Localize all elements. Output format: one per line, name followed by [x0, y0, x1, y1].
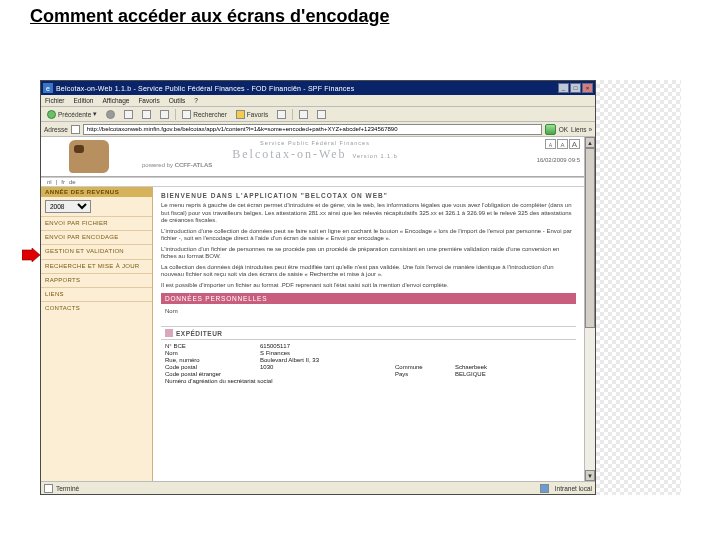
banner-timestamp: 16/02/2009 09:5	[498, 157, 580, 163]
go-label: OK	[559, 126, 568, 133]
print-button[interactable]	[314, 108, 329, 120]
back-icon	[47, 110, 56, 119]
lang-fr[interactable]: fr	[61, 179, 65, 185]
sidebar-item-contacts[interactable]: CONTACTS	[41, 301, 152, 315]
history-button[interactable]	[274, 108, 289, 120]
doc-para: L'introduction d'une collection de donné…	[161, 228, 576, 243]
forward-icon	[106, 110, 115, 119]
section-expediteur: EXPÉDITEUR	[161, 326, 576, 340]
field-row: Code postal1030CommuneSchaerbeek	[165, 364, 572, 370]
home-icon	[160, 110, 169, 119]
home-button[interactable]	[157, 108, 172, 120]
font-med-button[interactable]: A	[557, 139, 568, 149]
app-banner: Service Public Fédéral Finances Belcotax…	[41, 137, 584, 177]
sidebar: ANNÉE DES REVENUS 2008 ENVOI PAR FICHIER…	[41, 187, 153, 481]
search-icon	[182, 110, 191, 119]
checker-background	[596, 80, 681, 495]
sidebar-item-gestion[interactable]: GESTION ET VALIDATION	[41, 244, 152, 258]
menu-edit[interactable]: Edition	[74, 97, 94, 104]
scroll-track[interactable]	[585, 148, 595, 470]
logo	[41, 137, 136, 176]
star-icon	[236, 110, 245, 119]
menu-help[interactable]: ?	[194, 97, 198, 104]
atlas-brand: powered by CCFF-ATLAS	[142, 162, 488, 168]
links-menu[interactable]: Liens »	[571, 126, 592, 133]
mail-icon	[299, 110, 308, 119]
main-document: BIENVENUE DANS L'APPLICATION "BELCOTAX O…	[153, 187, 584, 481]
zone-icon	[540, 484, 549, 493]
address-label: Adresse	[44, 126, 68, 133]
go-button[interactable]	[545, 124, 556, 135]
menu-view[interactable]: Affichage	[102, 97, 129, 104]
forward-button[interactable]	[103, 108, 118, 120]
menu-fav[interactable]: Favoris	[138, 97, 159, 104]
print-icon	[317, 110, 326, 119]
field-row: N° BCE615005117	[165, 343, 572, 349]
lion-icon	[69, 140, 109, 173]
address-input[interactable]	[83, 124, 542, 135]
doc-para: Le menu repris à gauche de cet écran per…	[161, 202, 576, 225]
year-select[interactable]: 2008	[45, 200, 91, 213]
status-icon	[44, 484, 53, 493]
menu-bar: Fichier Edition Affichage Favoris Outils…	[41, 95, 595, 107]
vertical-scrollbar[interactable]: ▲ ▼	[584, 137, 595, 481]
address-bar: Adresse OK Liens »	[41, 122, 595, 137]
lang-de[interactable]: de	[69, 179, 76, 185]
field-row: Code postal étrangerPaysBELGIQUE	[165, 371, 572, 377]
window-titlebar: e Belcotax-on-Web 1.1.b - Service Public…	[41, 81, 595, 95]
refresh-button[interactable]	[139, 108, 154, 120]
doc-heading: BIENVENUE DANS L'APPLICATION "BELCOTAX O…	[161, 192, 576, 199]
mail-button[interactable]	[296, 108, 311, 120]
history-icon	[277, 110, 286, 119]
menu-file[interactable]: Fichier	[45, 97, 65, 104]
window-title: Belcotax-on-Web 1.1.b - Service Public F…	[56, 85, 558, 92]
nom-block: Nom	[161, 304, 576, 326]
year-select-row: 2008	[41, 197, 152, 216]
page-icon	[71, 125, 80, 134]
svg-marker-0	[22, 248, 40, 262]
field-row: Rue, numéroBoulevard Albert II, 33	[165, 357, 572, 363]
maximize-button[interactable]: □	[570, 83, 581, 93]
expediteur-fields: N° BCE615005117 NomS Finances Rue, numér…	[161, 340, 576, 388]
section-donnees-personnelles: DONNÉES PERSONNELLES	[161, 293, 576, 304]
stop-button[interactable]	[121, 108, 136, 120]
sidebar-item-rapports[interactable]: RAPPORTS	[41, 273, 152, 287]
favorites-button[interactable]: Favoris	[233, 108, 271, 120]
scroll-down-button[interactable]: ▼	[585, 470, 595, 481]
nom-label: Nom	[161, 304, 576, 318]
nav-toolbar: Précédente ▾ Rechercher Favoris	[41, 107, 595, 122]
refresh-icon	[142, 110, 151, 119]
scroll-thumb[interactable]	[585, 148, 595, 328]
lang-bar: nl | fr de	[41, 177, 584, 187]
doc-para: La collection des données déjà introduit…	[161, 264, 576, 279]
scroll-up-button[interactable]: ▲	[585, 137, 595, 148]
doc-para: L'introduction d'un fichier de personnes…	[161, 246, 576, 261]
sidebar-item-envoi-fichier[interactable]: ENVOI PAR FICHIER	[41, 216, 152, 230]
sidebar-item-envoi-encodage[interactable]: ENVOI PAR ENCODAGE	[41, 230, 152, 244]
security-zone: Intranet local	[555, 485, 592, 492]
menu-tools[interactable]: Outils	[169, 97, 186, 104]
close-button[interactable]: ×	[582, 83, 593, 93]
browser-window: e Belcotax-on-Web 1.1.b - Service Public…	[40, 80, 596, 495]
status-bar: Terminé Intranet local	[41, 481, 595, 494]
stop-icon	[124, 110, 133, 119]
field-row: Numéro d'agréation du secrétariat social	[165, 378, 572, 384]
sidebar-item-recherche[interactable]: RECHERCHE ET MISE À JOUR	[41, 259, 152, 273]
callout-arrow	[22, 248, 40, 262]
font-small-button[interactable]: A	[545, 139, 556, 149]
app-version: Version 1.1.b	[353, 153, 398, 159]
lang-nl[interactable]: nl	[47, 179, 52, 185]
sidebar-caption: ANNÉE DES REVENUS	[41, 187, 152, 197]
doc-para: Il est possible d'importer un fichier au…	[161, 282, 576, 290]
minimize-button[interactable]: _	[558, 83, 569, 93]
status-text: Terminé	[56, 485, 79, 492]
font-large-button[interactable]: A	[569, 139, 580, 149]
search-button[interactable]: Rechercher	[179, 108, 230, 120]
expediteur-icon	[165, 329, 173, 337]
ie-icon: e	[43, 83, 53, 93]
back-button[interactable]: Précédente ▾	[44, 108, 100, 120]
field-row: NomS Finances	[165, 350, 572, 356]
slide-title: Comment accéder aux écrans d'encodage	[30, 6, 389, 27]
app-name: Belcotax-on-Web	[232, 147, 346, 162]
sidebar-item-liens[interactable]: LIENS	[41, 287, 152, 301]
